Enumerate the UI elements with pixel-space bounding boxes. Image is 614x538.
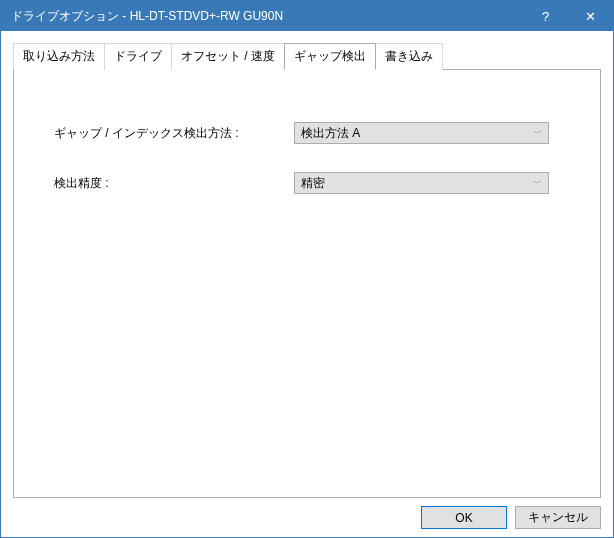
cancel-button[interactable]: キャンセル bbox=[515, 506, 601, 529]
button-label: OK bbox=[455, 511, 472, 525]
tab-pane: ギャップ / インデックス検出方法 : 検出方法 A ﹀ 検出精度 : 精密 ﹀ bbox=[13, 69, 601, 498]
tab-strip: 取り込み方法 ドライブ オフセット / 速度 ギャップ検出 書き込み bbox=[13, 43, 601, 70]
titlebar: ドライブオプション - HL-DT-STDVD+-RW GU90N ? ✕ bbox=[1, 1, 613, 31]
row-detect-accuracy: 検出精度 : 精密 ﹀ bbox=[54, 172, 580, 194]
help-icon: ? bbox=[542, 9, 549, 24]
row-detect-method: ギャップ / インデックス検出方法 : 検出方法 A ﹀ bbox=[54, 122, 580, 144]
window-title: ドライブオプション - HL-DT-STDVD+-RW GU90N bbox=[11, 8, 523, 25]
dialog-buttons: OK キャンセル bbox=[13, 498, 601, 529]
ok-button[interactable]: OK bbox=[421, 506, 507, 529]
button-label: キャンセル bbox=[528, 509, 588, 526]
tab-drive[interactable]: ドライブ bbox=[104, 43, 172, 70]
select-detect-method[interactable]: 検出方法 A ﹀ bbox=[294, 122, 549, 144]
tab-label: 取り込み方法 bbox=[23, 49, 95, 63]
dialog-content: 取り込み方法 ドライブ オフセット / 速度 ギャップ検出 書き込み ギャップ … bbox=[1, 31, 613, 537]
close-icon: ✕ bbox=[585, 9, 596, 24]
chevron-down-icon: ﹀ bbox=[533, 177, 542, 190]
tab-label: ドライブ bbox=[114, 49, 162, 63]
select-value: 精密 bbox=[301, 175, 325, 192]
tab-label: 書き込み bbox=[385, 49, 433, 63]
help-button[interactable]: ? bbox=[523, 1, 568, 31]
tab-label: オフセット / 速度 bbox=[181, 49, 275, 63]
tab-label: ギャップ検出 bbox=[294, 49, 366, 63]
tab-write[interactable]: 書き込み bbox=[375, 43, 443, 70]
tab-gap-detection[interactable]: ギャップ検出 bbox=[284, 43, 376, 70]
select-value: 検出方法 A bbox=[301, 125, 360, 142]
label-detect-accuracy: 検出精度 : bbox=[54, 175, 294, 192]
tab-offset-speed[interactable]: オフセット / 速度 bbox=[171, 43, 285, 70]
tab-read-method[interactable]: 取り込み方法 bbox=[13, 43, 105, 70]
select-detect-accuracy[interactable]: 精密 ﹀ bbox=[294, 172, 549, 194]
close-button[interactable]: ✕ bbox=[568, 1, 613, 31]
chevron-down-icon: ﹀ bbox=[533, 127, 542, 140]
label-detect-method: ギャップ / インデックス検出方法 : bbox=[54, 125, 294, 142]
